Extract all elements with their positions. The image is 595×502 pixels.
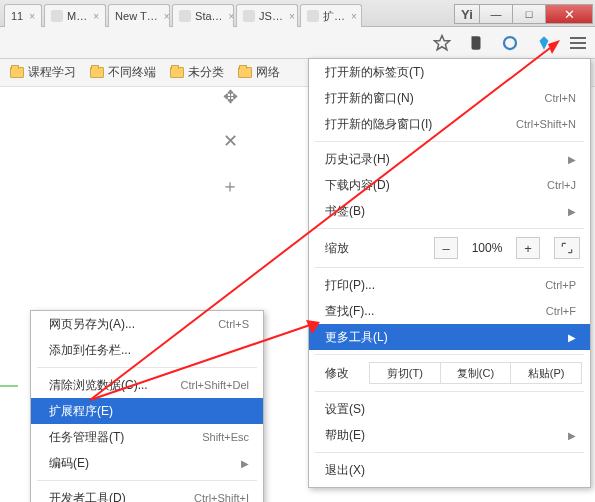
close-icon[interactable]: × [229,11,234,22]
bookmark-folder[interactable]: 网络 [238,64,280,81]
favicon [179,10,191,22]
move-icon[interactable]: ✥ [223,86,238,108]
zoom-value: 100% [466,241,508,255]
extension-icon[interactable] [501,34,519,52]
maximize-button[interactable]: □ [512,4,546,24]
menu-item-exit[interactable]: 退出(X) [309,457,590,483]
tab-label: JS… [259,10,283,22]
menu-shortcut: Ctrl+S [218,318,249,330]
menu-item-more-tools[interactable]: 更多工具(L)▶ [309,324,590,350]
close-button[interactable]: ✕ [545,4,593,24]
submenu-item-devtools[interactable]: 开发者工具(D)Ctrl+Shift+I [31,485,263,502]
edit-label: 修改 [325,365,369,382]
menu-label: 退出(X) [325,462,365,479]
chevron-right-icon: ▶ [568,206,576,217]
tab-label: Sta… [195,10,223,22]
menu-item-edit: 修改 剪切(T) 复制(C) 粘贴(P) [309,359,590,387]
browser-tab[interactable]: M…× [44,4,106,27]
menu-item-new-tab[interactable]: 打开新的标签页(T) [309,59,590,85]
paste-button[interactable]: 粘贴(P) [510,362,582,384]
menu-label: 下载内容(D) [325,177,390,194]
bookmark-folder[interactable]: 课程学习 [10,64,76,81]
tab-strip: 11× M…× New T…× Sta…× JS…× 扩…× [0,0,448,26]
bookmark-label: 不同终端 [108,64,156,81]
browser-tab[interactable]: Sta…× [172,4,234,27]
zoom-out-button[interactable]: – [434,237,458,259]
submenu-item-extensions[interactable]: 扩展程序(E) [31,398,263,424]
close-icon[interactable]: × [289,11,295,22]
submenu-item-clear-data[interactable]: 清除浏览数据(C)...Ctrl+Shift+Del [31,372,263,398]
browser-tab[interactable]: JS…× [236,4,298,27]
menu-separator [315,354,584,355]
copy-button[interactable]: 复制(C) [440,362,512,384]
menu-label: 网页另存为(A)... [49,316,135,333]
menu-separator [315,141,584,142]
menu-item-settings[interactable]: 设置(S) [309,396,590,422]
close-icon[interactable]: × [29,11,35,22]
chevron-right-icon: ▶ [241,458,249,469]
menu-label: 更多工具(L) [325,329,388,346]
browser-tab[interactable]: 扩…× [300,4,362,27]
menu-item-find[interactable]: 查找(F)...Ctrl+F [309,298,590,324]
browser-tab[interactable]: New T…× [108,4,170,27]
close-icon[interactable]: ✕ [223,130,238,152]
fullscreen-button[interactable] [554,237,580,259]
bookmark-label: 未分类 [188,64,224,81]
menu-separator [37,480,257,481]
submenu-item-task-manager[interactable]: 任务管理器(T)Shift+Esc [31,424,263,450]
window-titlebar: 11× M…× New T…× Sta…× JS…× 扩…× Yi — □ ✕ [0,0,595,27]
zoom-label: 缩放 [325,240,365,257]
menu-separator [315,267,584,268]
zoom-in-button[interactable]: + [516,237,540,259]
browser-tab[interactable]: 11× [4,4,42,27]
favicon [243,10,255,22]
menu-item-help[interactable]: 帮助(E)▶ [309,422,590,448]
bookmark-folder[interactable]: 不同终端 [90,64,156,81]
plus-icon[interactable]: ＋ [221,174,239,198]
menu-item-new-window[interactable]: 打开新的窗口(N)Ctrl+N [309,85,590,111]
close-icon[interactable]: × [351,11,357,22]
menu-label: 添加到任务栏... [49,342,131,359]
menu-item-downloads[interactable]: 下载内容(D)Ctrl+J [309,172,590,198]
tab-label: New T… [115,10,158,22]
menu-label: 打印(P)... [325,277,375,294]
menu-item-history[interactable]: 历史记录(H)▶ [309,146,590,172]
browser-toolbar [0,27,595,59]
cut-button[interactable]: 剪切(T) [369,362,441,384]
folder-icon [238,67,252,78]
menu-shortcut: Ctrl+P [545,279,576,291]
menu-label: 开发者工具(D) [49,490,126,503]
close-icon[interactable]: × [93,11,99,22]
menu-label: 设置(S) [325,401,365,418]
minimize-button[interactable]: — [479,4,513,24]
folder-icon [10,67,24,78]
chevron-right-icon: ▶ [568,332,576,343]
menu-shortcut: Ctrl+Shift+I [194,492,249,502]
menu-item-bookmarks[interactable]: 书签(B)▶ [309,198,590,224]
submenu-item-encoding[interactable]: 编码(E)▶ [31,450,263,476]
submenu-item-add-to-taskbar[interactable]: 添加到任务栏... [31,337,263,363]
browser-logo: Yi [454,4,480,24]
menu-label: 打开新的隐身窗口(I) [325,116,432,133]
menu-shortcut: Shift+Esc [202,431,249,443]
menu-separator [315,452,584,453]
hamburger-icon [570,37,586,49]
star-icon[interactable] [433,34,451,52]
chrome-main-menu: 打开新的标签页(T) 打开新的窗口(N)Ctrl+N 打开新的隐身窗口(I)Ct… [308,58,591,488]
folder-icon [90,67,104,78]
close-icon[interactable]: × [164,11,170,22]
menu-shortcut: Ctrl+F [546,305,576,317]
bookmark-folder[interactable]: 未分类 [170,64,224,81]
menu-shortcut: Ctrl+J [547,179,576,191]
menu-item-incognito[interactable]: 打开新的隐身窗口(I)Ctrl+Shift+N [309,111,590,137]
menu-item-print[interactable]: 打印(P)...Ctrl+P [309,272,590,298]
submenu-item-save-as[interactable]: 网页另存为(A)...Ctrl+S [31,311,263,337]
menu-button[interactable] [569,34,587,52]
evernote-icon[interactable] [467,34,485,52]
menu-label: 扩展程序(E) [49,403,113,420]
tab-label: 扩… [323,9,345,24]
menu-label: 编码(E) [49,455,89,472]
menu-label: 历史记录(H) [325,151,390,168]
menu-shortcut: Ctrl+N [545,92,576,104]
extension-icon[interactable] [535,34,553,52]
